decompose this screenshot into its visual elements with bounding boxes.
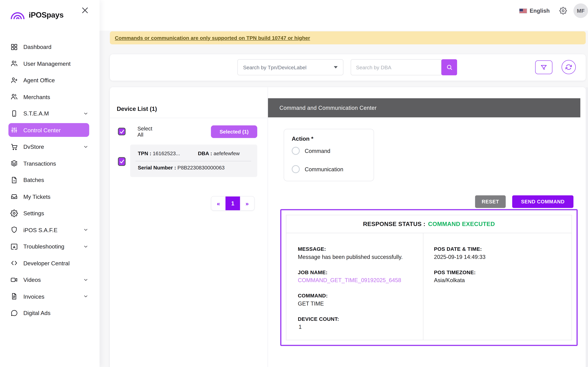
tpn-build-banner: Commands or communication are only suppo…	[110, 31, 586, 44]
pagination-next-button[interactable]: »	[240, 197, 254, 210]
reset-button[interactable]: RESET	[475, 195, 506, 208]
file-text-icon	[10, 292, 18, 300]
cart-icon	[10, 143, 18, 150]
close-icon[interactable]	[81, 6, 89, 15]
response-panel: RESPONSE STATUS : COMMAND EXECUTED MESSA…	[280, 209, 578, 346]
funnel-icon	[540, 64, 548, 71]
gear-icon	[10, 209, 18, 217]
response-field-command: COMMAND: GET TIME	[298, 293, 414, 307]
sidebar-item-merchants[interactable]: Merchants	[0, 89, 100, 105]
pagination-page-1[interactable]: 1	[225, 197, 240, 210]
device-list-item[interactable]: TPN : 16162523... DBA : aefefewfew Seria…	[130, 144, 257, 177]
device-dba: DBA : aefefewfew	[198, 151, 240, 156]
divider	[136, 161, 251, 161]
code-icon	[10, 259, 18, 267]
banner-text[interactable]: Commands or communication are only suppo…	[115, 35, 310, 41]
sidebar-item-dashboard[interactable]: Dashboard	[0, 39, 100, 55]
sidebar-item-troubleshooting[interactable]: Troubleshooting	[0, 238, 100, 255]
response-inner-box: RESPONSE STATUS : COMMAND EXECUTED MESSA…	[286, 215, 572, 340]
radio-icon[interactable]	[292, 147, 300, 155]
sidebar-item-dvstore[interactable]: DvStore	[0, 138, 100, 155]
device-list-section: Device List (1) Select All Selected (1) …	[110, 87, 268, 367]
sidebar-item-videos[interactable]: Videos	[0, 271, 100, 288]
response-status-label: RESPONSE STATUS :	[363, 221, 425, 227]
sidebar-item-label: Invoices	[23, 293, 44, 300]
device-list-title: Device List (1)	[117, 106, 157, 112]
action-option-command[interactable]: Command	[292, 147, 330, 155]
sidebar-item-label: Settings	[23, 210, 44, 217]
inbox-icon	[10, 193, 18, 200]
command-center-section: Command and Communication Center Action …	[268, 87, 586, 367]
page-scrollbar[interactable]	[586, 87, 588, 367]
select-all-label: Select All	[138, 125, 152, 138]
response-field-device-count: DEVICE COUNT: 1	[298, 316, 414, 330]
avatar[interactable]: MF	[573, 3, 588, 18]
sidebar-item-label: My Tickets	[23, 193, 51, 200]
command-center-title: Command and Communication Center	[279, 105, 377, 111]
sidebar-item-user-management[interactable]: User Management	[0, 55, 100, 72]
pagination-prev-button[interactable]: «	[211, 197, 225, 210]
sidebar-item-batches[interactable]: Batches	[0, 172, 100, 188]
rainbow-arc-logo-icon	[11, 11, 25, 19]
gear-icon[interactable]	[559, 7, 567, 15]
chevron-down-icon	[83, 111, 88, 116]
sidebar-item-my-tickets[interactable]: My Tickets	[0, 188, 100, 205]
sidebar-item-label: Control Center	[23, 127, 61, 133]
sidebar-item-invoices[interactable]: Invoices	[0, 288, 100, 305]
sidebar-item-control-center[interactable]: Control Center	[9, 123, 89, 137]
divider	[110, 118, 268, 118]
sidebar-item-digital-ads[interactable]: Digital Ads	[0, 305, 100, 321]
sidebar-item-settings[interactable]: Settings	[0, 205, 100, 222]
users-icon	[10, 93, 18, 101]
layers-icon	[10, 159, 18, 167]
sidebar-item-transactions[interactable]: Transactions	[0, 155, 100, 172]
caret-down-icon	[334, 66, 338, 68]
user-plus-icon	[10, 76, 18, 84]
selected-count-button[interactable]: Selected (1)	[211, 125, 257, 138]
response-right-column: POS DATE & TIME: 2025-09-19 14:49:33 POS…	[423, 233, 572, 340]
sidebar-item-label: Digital Ads	[23, 310, 51, 316]
refresh-button[interactable]	[562, 60, 576, 74]
job-name-link[interactable]: COMMAND_GET_TIME_09192025_6458	[298, 277, 414, 283]
search-type-select[interactable]: Search by Tpn/DeviceLabel	[237, 59, 344, 75]
sidebar-item-label: iPOS S.A.F.E	[23, 227, 58, 233]
command-center-header: Command and Communication Center	[268, 98, 580, 117]
device-serial: Serial Number : P8B2230830000063	[138, 165, 225, 171]
sidebar-item-label: Agent Office	[23, 77, 55, 83]
file-minus-icon	[10, 176, 18, 184]
sidebar-item-agent-office[interactable]: Agent Office	[0, 72, 100, 89]
sidebar: iPOSpays Dashboard User Management Agent…	[0, 0, 100, 367]
us-flag-icon	[519, 8, 527, 13]
action-group: Action * Command Communication	[284, 129, 374, 181]
users-icon	[10, 60, 18, 67]
response-field-job-name: JOB NAME: COMMAND_GET_TIME_09192025_6458	[298, 270, 414, 283]
chevron-down-icon	[83, 244, 88, 249]
language-selector[interactable]: English	[530, 8, 550, 14]
response-status-value: COMMAND EXECUTED	[428, 221, 495, 227]
sidebar-item-steam[interactable]: S.T.E.A.M	[0, 105, 100, 122]
sidebar-item-label: Merchants	[23, 94, 50, 100]
sidebar-item-label: S.T.E.A.M	[23, 110, 49, 117]
device-checkbox[interactable]	[118, 157, 126, 166]
response-left-column: MESSAGE: Message has been published succ…	[286, 233, 423, 340]
search-button[interactable]	[441, 59, 457, 75]
smartphone-icon	[10, 110, 18, 117]
response-field-pos-datetime: POS DATE & TIME: 2025-09-19 14:49:33	[434, 246, 563, 260]
filter-button[interactable]	[535, 60, 553, 74]
chevron-down-icon	[83, 277, 88, 283]
response-field-message: MESSAGE: Message has been published succ…	[298, 246, 414, 260]
radio-icon[interactable]	[292, 165, 300, 173]
search-dba-input[interactable]	[351, 59, 441, 75]
select-all-checkbox[interactable]	[118, 128, 126, 135]
header-actions: English MF	[519, 3, 588, 18]
sidebar-item-label: User Management	[23, 60, 71, 67]
send-command-button[interactable]: SEND COMMAND	[512, 195, 573, 208]
response-field-pos-timezone: POS TIMEZONE: Asia/Kolkata	[434, 270, 563, 283]
action-option-communication[interactable]: Communication	[292, 165, 343, 173]
sidebar-item-developer-central[interactable]: Developer Central	[0, 255, 100, 271]
sidebar-nav: Dashboard User Management Agent Office M…	[0, 39, 100, 321]
search-type-value: Search by Tpn/DeviceLabel	[243, 64, 334, 70]
sidebar-item-ipos-safe[interactable]: iPOS S.A.F.E	[0, 222, 100, 238]
sidebar-item-label: Developer Central	[23, 260, 70, 266]
shield-icon	[10, 226, 18, 234]
